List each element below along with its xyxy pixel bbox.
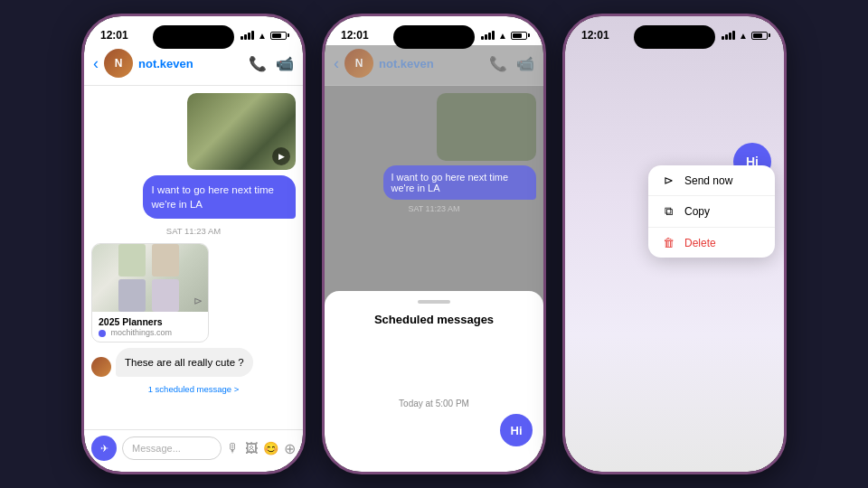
dynamic-island-3 (634, 25, 715, 49)
signal-icon-1 (241, 31, 254, 40)
call-icon-1[interactable]: 📞 (249, 55, 267, 72)
context-menu-3: ⊳ Send now ⧉ Copy 🗑 Delete (648, 165, 775, 258)
play-button-1[interactable]: ▶ (272, 147, 290, 165)
mic-icon-1[interactable]: 🎙 (227, 441, 240, 455)
phone-2: 12:01 ▲ ‹ N not.keven 📞 📹 (322, 14, 546, 474)
share-icon-1: ⊳ (193, 295, 203, 307)
wifi-icon-3: ▲ (739, 31, 748, 41)
phone-3: 12:01 ▲ Hi ⊳ Send now ⧉ Copy (562, 14, 787, 474)
time-2: 12:01 (341, 29, 369, 42)
wifi-icon-1: ▲ (258, 31, 267, 41)
delete-label: Delete (684, 237, 716, 249)
planner-sq-4 (152, 279, 179, 312)
planner-sq-2 (152, 244, 179, 277)
hi-bubble-2: Hi (500, 414, 533, 446)
delete-icon: 🗑 (661, 236, 675, 249)
messenger-logo-1: ✈ (100, 443, 108, 455)
planner-grid-1 (118, 244, 182, 312)
dimmed-image-2 (437, 93, 536, 161)
chat-header-1: ‹ N not.keven 📞 📹 (84, 45, 303, 86)
date-label-1: SAT 11:23 AM (91, 226, 296, 236)
modal-timestamp-2: Today at 5:00 PM (399, 399, 469, 408)
input-icons-1: 🎙 🖼 😊 ⊕ (227, 440, 296, 457)
send-now-icon: ⊳ (661, 174, 675, 187)
battery-icon-1 (270, 32, 287, 40)
copy-icon: ⧉ (661, 204, 675, 219)
dynamic-island-2 (393, 25, 475, 49)
scheduled-notice-1[interactable]: 1 scheduled message > (91, 384, 296, 394)
chat-header-2: ‹ N not.keven 📞 📹 (325, 45, 543, 86)
signal-icon-3 (722, 31, 735, 40)
bubble-received-1: These are all really cute ? (116, 348, 253, 377)
wifi-icon-2: ▲ (498, 31, 507, 41)
input-bar-1: ✈ Message... 🎙 🖼 😊 ⊕ (84, 429, 303, 472)
link-title-1: 2025 Planners (99, 316, 202, 327)
send-now-item[interactable]: ⊳ Send now (648, 165, 775, 196)
header-actions-1: 📞 📹 (249, 55, 294, 72)
time-1: 12:01 (100, 29, 128, 42)
delete-item[interactable]: 🗑 Delete (648, 228, 775, 258)
planner-sq-3 (118, 279, 146, 312)
status-icons-1: ▲ (241, 31, 287, 41)
avatar-2: N (344, 49, 373, 78)
plus-icon-1[interactable]: ⊕ (284, 440, 296, 457)
send-now-label: Send now (684, 174, 732, 187)
signal-icon-2 (481, 31, 495, 40)
call-icon-2[interactable]: 📞 (489, 55, 507, 72)
back-button-2[interactable]: ‹ (334, 54, 339, 73)
dynamic-island-1 (153, 25, 234, 49)
phone-3-screen: 12:01 ▲ Hi ⊳ Send now ⧉ Copy (565, 16, 784, 472)
input-placeholder-1: Message... (132, 443, 181, 454)
image-icon-1[interactable]: 🖼 (245, 441, 258, 455)
copy-label: Copy (684, 205, 710, 218)
avatar-1: N (104, 49, 133, 78)
battery-icon-3 (751, 32, 768, 40)
status-icons-2: ▲ (481, 31, 527, 41)
image-content-1: ▶ (187, 93, 296, 170)
back-button-1[interactable]: ‹ (93, 54, 99, 73)
dimmed-date-2: SAT 11:23 AM (332, 204, 536, 213)
battery-icon-2 (511, 32, 527, 40)
contact-name-2[interactable]: not.keven (379, 57, 484, 70)
copy-item[interactable]: ⧉ Copy (648, 196, 775, 228)
link-card-1[interactable]: ⊳ 2025 Planners mochithings.com (91, 243, 209, 343)
link-card-image-1: ⊳ (92, 244, 208, 312)
modal-handle-2 (418, 300, 450, 304)
emoji-icon-1[interactable]: 😊 (263, 441, 278, 455)
phone-1-screen: 12:01 ▲ ‹ N not.keven 📞 📹 (84, 16, 303, 472)
link-card-body-1: 2025 Planners mochithings.com (92, 312, 208, 342)
dimmed-bubble-2: I want to go here next time we're in LA (383, 165, 537, 200)
domain-dot-1 (99, 330, 106, 337)
phone-2-screen: 12:01 ▲ ‹ N not.keven 📞 📹 (325, 16, 543, 472)
msg-avatar-1 (91, 357, 111, 377)
video-icon-2[interactable]: 📹 (516, 55, 534, 72)
phone-1: 12:01 ▲ ‹ N not.keven 📞 📹 (81, 14, 306, 474)
modal-title-2: Scheduled messages (374, 313, 494, 326)
header-actions-2: 📞 📹 (489, 55, 534, 72)
planner-sq-1 (118, 244, 146, 277)
modal-sheet-2: Scheduled messages Today at 5:00 PM Hi (325, 291, 543, 472)
status-icons-3: ▲ (722, 31, 768, 41)
video-icon-1[interactable]: 📹 (276, 55, 294, 72)
messenger-icon-1[interactable]: ✈ (91, 436, 117, 461)
time-3: 12:01 (581, 29, 609, 42)
chat-body-1: ▶ I want to go here next time we're in L… (84, 86, 303, 429)
sent-image-1: ▶ (187, 93, 296, 170)
msg-row-1: These are all really cute ? (91, 348, 296, 377)
message-input-1[interactable]: Message... (122, 436, 222, 460)
bubble-sent-1: I want to go here next time we're in LA (143, 175, 297, 219)
contact-name-1[interactable]: not.keven (138, 57, 243, 70)
link-domain-1: mochithings.com (99, 328, 202, 337)
